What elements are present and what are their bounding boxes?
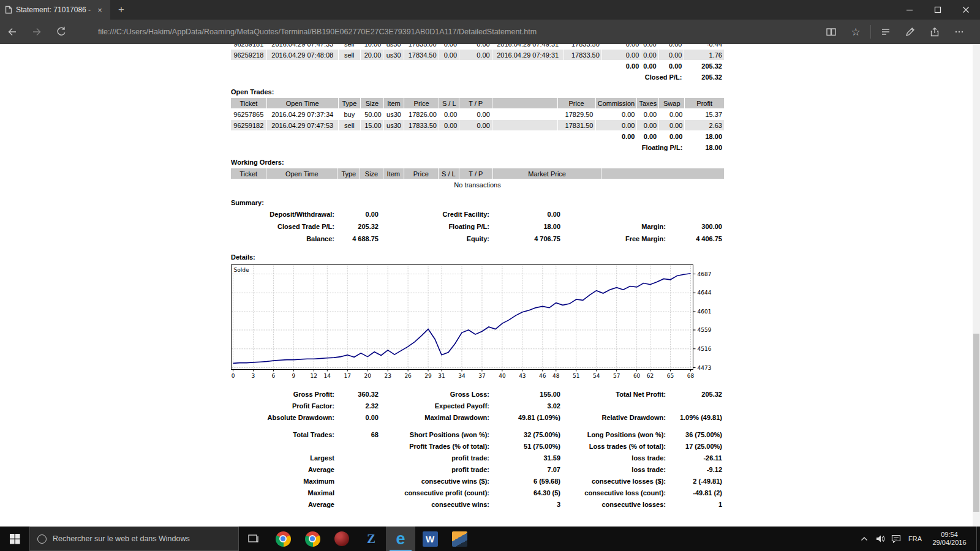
refresh-button[interactable] [49, 20, 74, 44]
task-view-button[interactable] [239, 527, 268, 551]
svg-text:68: 68 [687, 373, 695, 379]
cell: profit trade: [380, 452, 491, 463]
web-note-pen-icon[interactable] [898, 20, 922, 44]
cell: 15.00 [361, 120, 383, 130]
svg-text:65: 65 [667, 373, 674, 379]
cell: 0.00 [641, 61, 658, 71]
taskbar-search-input[interactable]: Rechercher sur le web et dans Windows [29, 527, 239, 551]
header-cell: T / P [459, 98, 491, 108]
totals-row: 0.000.000.0018.00 [231, 131, 724, 141]
cell: 68 [336, 429, 380, 440]
header-cell: Type [339, 98, 360, 108]
cell: 32 (75.00%) [491, 429, 562, 440]
page-content: 962591812016.04.29 07:47:33sell10.00us30… [0, 44, 980, 527]
start-button[interactable] [0, 527, 29, 551]
cell: 0.00 [641, 44, 658, 49]
more-options-icon[interactable] [947, 20, 971, 44]
cell: 17831.50 [558, 120, 595, 130]
z-app-icon[interactable]: Z [356, 527, 386, 551]
svg-text:Solde: Solde [234, 267, 249, 273]
chrome-logo-icon [276, 531, 291, 547]
edge-logo-icon: e [396, 531, 405, 547]
cell: consecutive loss (count): [562, 487, 667, 498]
red-app-icon[interactable] [327, 527, 356, 551]
cell: 0.00 [602, 61, 641, 71]
svg-text:51: 51 [573, 373, 579, 379]
taskbar: Rechercher sur le web et dans Windows Z … [0, 527, 980, 551]
header-cell: Item [384, 98, 404, 108]
vertical-scrollbar[interactable] [973, 44, 980, 527]
cell: Maximal [230, 487, 336, 498]
hidden-icons-chevron[interactable] [856, 527, 872, 551]
volume-icon[interactable] [872, 527, 888, 551]
cell: Equity: [380, 233, 491, 245]
cell [336, 475, 380, 487]
svg-text:4687: 4687 [698, 271, 712, 277]
action-center-icon[interactable] [888, 527, 904, 551]
cell: 2.63 [685, 120, 724, 130]
kv-row: Deposit/Withdrawal:0.00Credit Facility:0… [230, 208, 723, 220]
taskbar-clock[interactable]: 09:54 29/04/2016 [926, 531, 973, 547]
header-cell: S / L [439, 168, 459, 179]
search-placeholder: Rechercher sur le web et dans Windows [53, 534, 190, 543]
chrome-app-icon-2[interactable] [298, 527, 327, 551]
reading-view-icon[interactable] [819, 20, 843, 44]
cell: 10.00 [361, 44, 383, 49]
cell: 0.00 [637, 131, 658, 141]
cell: 0.00 [659, 44, 684, 49]
cell: 0.00 [602, 50, 641, 60]
cell: sell [339, 44, 360, 49]
minimize-button[interactable] [895, 0, 924, 20]
photos-app-icon[interactable] [445, 527, 474, 551]
tab-close-icon[interactable]: × [94, 6, 105, 15]
cell: 0.00 [637, 120, 658, 130]
maximize-button[interactable] [924, 0, 952, 20]
cell: 96257865 [231, 109, 266, 119]
kv-row: Averageprofit trade:7.07loss trade:-9.12 [230, 463, 723, 475]
new-tab-button[interactable]: + [110, 0, 132, 20]
show-desktop-button[interactable] [976, 527, 980, 551]
forward-button[interactable] [24, 20, 49, 44]
close-button[interactable] [952, 0, 980, 20]
cell: Credit Facility: [380, 208, 491, 220]
browser-tab[interactable]: Statement: 71017086 - y × [0, 0, 110, 20]
cell: 51 (75.00%) [491, 440, 562, 452]
cell: 360.32 [336, 388, 380, 400]
cell: consecutive losses ($): [562, 475, 667, 487]
scrollbar-thumb[interactable] [973, 334, 979, 512]
edge-app-icon[interactable]: e [386, 527, 415, 551]
cell [231, 131, 595, 141]
trade-row: 962592182016.04.29 07:48:08sell20.00us30… [231, 50, 724, 60]
svg-text:48: 48 [552, 373, 560, 379]
address-bar[interactable]: file:///C:/Users/Hakim/AppData/Roaming/M… [74, 28, 819, 36]
cell: Loss trades (% of total): [562, 440, 667, 452]
word-app-icon[interactable]: W [415, 527, 445, 551]
cell: 18.00 [685, 131, 724, 141]
share-icon[interactable] [922, 20, 947, 44]
cell: 20.00 [361, 50, 383, 60]
svg-text:4516: 4516 [698, 346, 712, 352]
chrome-logo-icon [305, 531, 320, 547]
cell: 0.00 [659, 109, 684, 119]
header-cell: Ticket [231, 98, 266, 108]
chrome-app-icon[interactable] [268, 527, 298, 551]
hub-icon[interactable] [873, 20, 898, 44]
cell: 0.00 [659, 61, 684, 71]
language-indicator[interactable]: FRA [908, 535, 922, 542]
nav-divider [870, 25, 871, 39]
browser-nav-bar: file:///C:/Users/Hakim/AppData/Roaming/M… [0, 20, 980, 44]
cell: 0.00 [439, 50, 459, 60]
cell [336, 463, 380, 475]
cell: sell [339, 120, 360, 130]
cell: 6 (59.68) [491, 475, 562, 487]
back-button[interactable] [0, 20, 24, 44]
svg-text:3: 3 [252, 373, 255, 379]
totals-row: 0.000.000.00205.32 [231, 61, 724, 71]
cell [562, 400, 667, 411]
header-cell: Ticket [231, 168, 266, 179]
clock-date: 29/04/2016 [926, 539, 973, 547]
favorites-star-icon[interactable]: ☆ [843, 20, 868, 44]
cell: Total Net Profit: [562, 388, 667, 400]
svg-text:6: 6 [272, 373, 276, 379]
svg-text:4601: 4601 [698, 309, 712, 315]
